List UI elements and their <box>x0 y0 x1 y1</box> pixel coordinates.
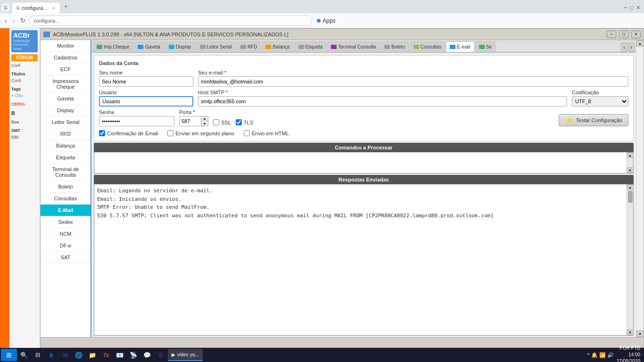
search-taskbar[interactable]: 🔍 <box>17 349 31 361</box>
sidebar-item[interactable]: Cadastros <box>41 52 91 64</box>
enviar-bg-checkbox[interactable] <box>167 130 173 136</box>
mail-icon: ✉ <box>63 352 68 359</box>
forum-sidebar <box>0 28 9 348</box>
sidebar-item[interactable]: Consultas <box>41 193 91 205</box>
tab-item[interactable]: Imp.Cheque <box>93 41 133 52</box>
outlook-taskbar[interactable]: 📧 <box>113 349 126 361</box>
sidebar-item[interactable]: RFD <box>41 128 91 140</box>
responses-scroll-down[interactable]: ▼ <box>627 329 634 335</box>
conf2-label: Confi <box>11 77 38 84</box>
sidebar-item[interactable]: Gaveta <box>41 93 91 105</box>
sidebar-item[interactable]: DF-e <box>41 240 91 252</box>
window-close[interactable]: × <box>631 31 641 38</box>
back-button[interactable]: ‹ <box>3 16 9 25</box>
commands-scroll-down[interactable]: ▼ <box>627 167 634 173</box>
extra-icon: ☰ <box>158 352 163 358</box>
sidebar-item[interactable]: ECF <box>41 64 91 75</box>
responses-scroll-up[interactable]: ▲ <box>627 184 634 190</box>
tab-item[interactable]: Terminal Consulta <box>327 41 380 52</box>
address-bar[interactable]: configura... <box>29 16 312 26</box>
sidebar-item[interactable]: E-Mail <box>41 205 91 216</box>
porta-down[interactable]: ▼ <box>201 121 208 126</box>
sidebar-item[interactable]: NCM <box>41 228 91 240</box>
network-taskbar[interactable]: 🌐 <box>72 349 85 361</box>
tab-item[interactable]: Balança <box>262 41 293 52</box>
sidebar-item[interactable]: Leitor Serial <box>41 116 91 128</box>
tabs-scroll-right[interactable]: › <box>628 42 635 52</box>
skype-taskbar[interactable]: 💬 <box>140 349 154 361</box>
window-app-icon <box>43 32 50 37</box>
form-panel: Dados da Conta Seu nome Seu e-mail * <box>94 55 634 141</box>
sidebar-item[interactable]: Sedex <box>41 216 91 228</box>
tab-item[interactable]: Consultas <box>410 41 445 52</box>
extra-taskbar[interactable]: ☰ <box>154 349 167 361</box>
minimize-browser[interactable]: − <box>623 4 627 11</box>
usuario-input[interactable] <box>99 96 193 107</box>
sidebar-item[interactable]: Boleto <box>41 181 91 193</box>
sidebar-item[interactable]: Impressora Cheque <box>41 75 91 93</box>
sidebar-item[interactable]: Terminal de Consulta <box>41 164 91 181</box>
right-scroll-up[interactable]: ▲ <box>636 40 644 47</box>
tray-clock[interactable]: POR PTB 14:00 27/05/2020 <box>617 345 640 362</box>
close-browser[interactable]: × <box>636 4 640 11</box>
restore-browser[interactable]: □ <box>630 4 634 11</box>
sidebar-item[interactable]: SAT <box>41 252 91 263</box>
tab-item[interactable]: Display <box>165 41 195 52</box>
start-button[interactable]: ⊞ <box>1 349 17 361</box>
tabs-scroll-left[interactable]: ‹ <box>621 42 627 52</box>
porta-up[interactable]: ▲ <box>201 116 208 121</box>
porta-input[interactable] <box>179 116 201 126</box>
seu-nome-input[interactable] <box>99 76 193 87</box>
tls-label: TLS <box>244 120 253 125</box>
confirmacao-checkbox[interactable] <box>99 130 105 136</box>
video-taskbar-app[interactable]: ▶ video ya... <box>168 349 203 361</box>
forward-button[interactable]: › <box>11 16 17 25</box>
window-titlebar: ACBrMonitorPLUS 1.3.0.299 - x64 [NILTON … <box>41 29 644 40</box>
ssl-checkbox[interactable] <box>213 119 219 125</box>
tab-item[interactable]: Gaveta <box>134 41 164 52</box>
tab-item[interactable]: E-mail <box>446 41 474 52</box>
tab-item[interactable]: Boleto <box>380 41 408 52</box>
zip-icon: 7z <box>103 352 109 358</box>
window-restore[interactable]: □ <box>619 31 628 38</box>
tab-item[interactable]: Se <box>475 41 495 52</box>
tab-item[interactable]: Leitor Serial <box>196 41 236 52</box>
enviar-bg-group: Enviar em segundo plano <box>167 130 234 136</box>
apps-button[interactable]: Apps <box>314 16 338 25</box>
commands-panel: Comandos a Processar ▲ ▼ <box>94 143 634 173</box>
browser-tab[interactable]: G configura... × <box>11 2 60 13</box>
sidebar-item[interactable]: Monitor <box>41 40 91 52</box>
ie-taskbar[interactable]: e <box>45 349 58 361</box>
tab-label: E-mail <box>457 44 470 49</box>
tls-checkbox[interactable] <box>236 119 242 125</box>
seu-email-input[interactable] <box>198 76 628 87</box>
envio-html-checkbox[interactable] <box>244 130 250 136</box>
reload-button[interactable]: ↻ <box>18 16 27 25</box>
tab-item[interactable]: RFD <box>237 41 261 52</box>
tab-icon <box>384 45 390 49</box>
host-smtp-input[interactable] <box>198 96 567 107</box>
sidebar-item[interactable]: Etiqueta <box>41 152 91 164</box>
sidebar-item[interactable]: Display <box>41 105 91 116</box>
commands-scroll-up[interactable]: ▲ <box>627 152 634 158</box>
commands-scroll-track <box>627 158 633 167</box>
teamviewer-taskbar[interactable]: 📡 <box>127 349 140 361</box>
tab-close[interactable]: × <box>52 5 55 11</box>
new-tab-button[interactable]: + <box>61 2 71 11</box>
window-minimize[interactable]: − <box>607 31 616 38</box>
mail-taskbar[interactable]: ✉ <box>58 349 72 361</box>
task-view[interactable]: ⊟ <box>31 349 44 361</box>
files-taskbar[interactable]: 📁 <box>86 349 99 361</box>
senha-input[interactable] <box>99 116 174 126</box>
confirmacao-label: Confirmação de Email <box>107 131 158 136</box>
right-scroll-down[interactable]: ▼ <box>636 330 644 337</box>
host-smtp-group: Host SMTP * <box>198 90 567 107</box>
zip-taskbar[interactable]: 7z <box>99 349 113 361</box>
tab-item[interactable]: Etiqueta <box>295 41 327 52</box>
responses-scroll-thumb <box>628 191 633 203</box>
test-config-button[interactable]: ⚡ Testar Configuração <box>559 114 628 126</box>
codificacao-select[interactable]: UTF_8 ISO-8859-1 US-ASCII <box>572 96 628 107</box>
porta-label: Porta * <box>179 109 208 115</box>
right-scroll-track <box>636 47 644 330</box>
sidebar-item[interactable]: Balança <box>41 140 91 152</box>
